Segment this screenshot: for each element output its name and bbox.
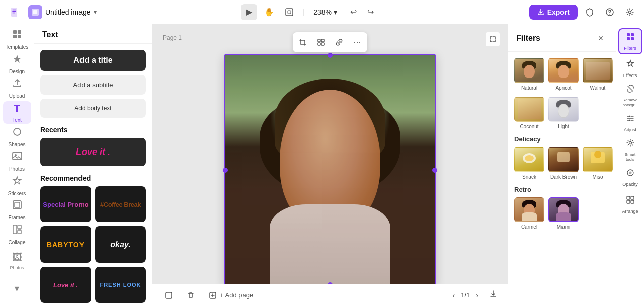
mini-tool-adjust[interactable]: Adjust [618, 110, 642, 136]
mini-tool-filters[interactable]: Filters [618, 28, 642, 54]
arrange-mini-icon [625, 195, 635, 207]
filter-thumb-darkbrown [548, 147, 579, 172]
zoom-chevron-icon: ▾ [334, 8, 337, 16]
templates-icon [12, 29, 23, 42]
svg-rect-9 [13, 35, 17, 38]
text-icon: T [14, 102, 20, 115]
undo-button[interactable]: ↩ [345, 4, 361, 20]
project-chevron-icon[interactable]: ▾ [94, 9, 97, 16]
filter-item-apricot[interactable]: Apricot [548, 58, 579, 91]
sidebar-item-templates[interactable]: Templates [3, 28, 31, 50]
filter-thumb-walnut [583, 58, 613, 83]
sidebar-item-upload[interactable]: Upload [3, 77, 31, 99]
svg-rect-28 [631, 37, 634, 40]
filter-item-natural[interactable]: Natural [514, 58, 544, 91]
svg-point-29 [629, 116, 630, 117]
filter-spacer [583, 97, 613, 129]
hand-tool-button[interactable]: ✋ [261, 4, 277, 20]
canvas-wrapper[interactable] [152, 24, 508, 306]
list-item[interactable]: BABYTOY [40, 226, 91, 263]
filter-item-coconut[interactable]: Coconut [514, 97, 544, 129]
list-item[interactable]: Love it . [40, 138, 146, 166]
topbar: Untitled image ▾ ▶ ✋ | 238% ▾ ↩ ↪ Export [0, 0, 644, 24]
settings-button[interactable] [622, 4, 638, 20]
filter-label-carmel: Carmel [521, 224, 537, 230]
sidebar-item-label: Upload [9, 93, 25, 99]
mini-tool-effects-label: Effects [623, 73, 637, 78]
filter-item-snack[interactable]: Snack [514, 147, 544, 180]
delete-page-button[interactable] [183, 289, 199, 301]
redo-button[interactable]: ↪ [362, 4, 378, 20]
canvas-image-container[interactable] [224, 54, 436, 286]
frame-tool-button[interactable] [281, 4, 297, 20]
remove-bg-mini-icon [625, 84, 635, 96]
rec-babytoy: BABYTOY [47, 241, 85, 249]
filter-item-darkbrown[interactable]: Dark Brown [548, 147, 579, 180]
sidebar-item-photos[interactable]: Photos [3, 150, 31, 172]
handle-left[interactable] [223, 168, 228, 173]
add-body-button[interactable]: Add body text [40, 99, 146, 118]
list-item[interactable]: Special Promo [40, 186, 91, 222]
grid-tool-button[interactable] [313, 34, 329, 50]
mini-tool-adjust-label: Adjust [624, 127, 636, 132]
scroll-down-icon: ▼ [13, 284, 21, 293]
list-item[interactable]: FRESH LOOK [95, 267, 146, 303]
sidebar-item-stickers[interactable]: Stickers [3, 175, 31, 197]
filters-close-button[interactable]: × [594, 31, 608, 45]
sidebar-item-collage[interactable]: Collage [3, 223, 31, 246]
export-button[interactable]: Export [529, 5, 578, 20]
sidebar-item-frames[interactable]: Frames [3, 199, 31, 221]
filter-item-walnut[interactable]: Walnut [583, 58, 613, 91]
sidebar-item-design[interactable]: Design [3, 52, 31, 74]
arrow-tool-button[interactable]: ▶ [241, 4, 257, 20]
list-item[interactable]: Love it . [40, 267, 91, 303]
page-thumbnail-button[interactable] [160, 289, 177, 301]
page-next-button[interactable]: › [474, 289, 480, 301]
sidebar-item-photos-more[interactable]: 🖼 Photos [3, 248, 31, 274]
sidebar-scroll-down[interactable]: ▼ [3, 276, 31, 302]
filter-item-miami[interactable]: Miami [548, 197, 579, 230]
link-tool-button[interactable] [331, 34, 347, 50]
handle-top[interactable] [328, 53, 333, 58]
sidebar-item-label: Text [12, 117, 21, 123]
filter-label-coconut: Coconut [520, 124, 538, 129]
project-name[interactable]: Untitled image [45, 8, 91, 16]
filter-item-light[interactable]: Light [548, 97, 579, 129]
filter-label-walnut: Walnut [590, 85, 606, 91]
canvas-bottom-bar: + Add page ‹ 1/1 › [152, 284, 508, 306]
add-title-button[interactable]: Add a title [40, 50, 146, 71]
mini-tool-remove-bg[interactable]: Removebackgr... [618, 83, 642, 109]
filter-item-carmel[interactable]: Carmel [514, 197, 544, 230]
mini-tool-filters-label: Filters [624, 46, 636, 51]
mini-tool-smart[interactable]: Smarttools [618, 137, 642, 163]
mini-tool-arrange[interactable]: Arrange [618, 191, 642, 217]
page-label: Page 1 [163, 34, 182, 41]
svg-rect-37 [631, 200, 634, 203]
app-logo[interactable] [6, 4, 22, 20]
list-item[interactable]: #Coffee Break [95, 186, 146, 222]
crop-tool-button[interactable] [295, 34, 311, 50]
filter-thumb-coconut [514, 97, 544, 122]
handle-right[interactable] [432, 168, 437, 173]
filters-row-retro: Carmel Miami [514, 197, 610, 230]
page-prev-button[interactable]: ‹ [451, 289, 457, 301]
sidebar-item-text[interactable]: T Text [3, 101, 31, 123]
download-button[interactable] [487, 287, 500, 303]
list-item[interactable]: okay. [95, 226, 146, 263]
mini-tool-opacity[interactable]: Opacity [618, 164, 642, 190]
filter-item-miso[interactable]: Miso [583, 147, 613, 180]
more-options-button[interactable]: ··· [349, 34, 365, 50]
svg-rect-36 [627, 200, 630, 203]
filters-section-delicacy: Delicacy Snack [514, 135, 610, 180]
filter-thumb-carmel [514, 197, 544, 222]
zoom-control[interactable]: 238% ▾ [309, 6, 341, 18]
help-button[interactable] [602, 4, 618, 20]
expand-button[interactable] [486, 32, 500, 46]
add-page-button[interactable]: + Add page [205, 289, 257, 301]
sidebar-item-shapes[interactable]: Shapes [3, 126, 31, 148]
shield-button[interactable] [582, 4, 598, 20]
text-panel-header: Text [34, 24, 152, 44]
left-sidebar: Templates Design Upload T Text Shapes [0, 24, 34, 306]
mini-tool-effects[interactable]: Effects [618, 55, 642, 82]
add-subtitle-button[interactable]: Add a subtitle [40, 75, 146, 95]
